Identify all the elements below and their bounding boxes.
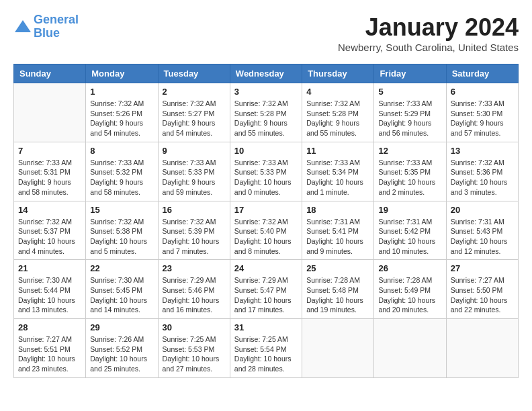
day-info: Sunrise: 7:29 AMSunset: 5:47 PMDaylight:… xyxy=(234,275,298,315)
page-header: General Blue January 2024 Newberry, Sout… xyxy=(13,13,519,53)
week-row-4: 21Sunrise: 7:30 AMSunset: 5:44 PMDayligh… xyxy=(14,260,519,319)
day-number: 5 xyxy=(378,87,441,97)
week-row-2: 7Sunrise: 7:33 AMSunset: 5:31 PMDaylight… xyxy=(14,142,519,201)
day-info: Sunrise: 7:33 AMSunset: 5:34 PMDaylight:… xyxy=(306,158,369,197)
day-info: Sunrise: 7:33 AMSunset: 5:29 PMDaylight:… xyxy=(378,99,441,138)
weekday-header-row: SundayMondayTuesdayWednesdayThursdayFrid… xyxy=(14,64,519,83)
calendar-cell: 29Sunrise: 7:26 AMSunset: 5:52 PMDayligh… xyxy=(86,319,158,378)
logo: General Blue xyxy=(13,13,79,40)
weekday-header-wednesday: Wednesday xyxy=(230,64,302,83)
day-info: Sunrise: 7:33 AMSunset: 5:31 PMDaylight:… xyxy=(18,158,81,197)
day-info: Sunrise: 7:29 AMSunset: 5:46 PMDaylight:… xyxy=(163,275,226,315)
calendar-cell: 28Sunrise: 7:27 AMSunset: 5:51 PMDayligh… xyxy=(14,319,86,378)
calendar-table: SundayMondayTuesdayWednesdayThursdayFrid… xyxy=(13,64,519,378)
calendar-cell: 2Sunrise: 7:32 AMSunset: 5:27 PMDaylight… xyxy=(158,83,230,142)
day-number: 12 xyxy=(378,146,441,156)
week-row-1: 1Sunrise: 7:32 AMSunset: 5:26 PMDaylight… xyxy=(14,83,519,142)
calendar-cell: 1Sunrise: 7:32 AMSunset: 5:26 PMDaylight… xyxy=(86,83,158,142)
day-number: 15 xyxy=(90,205,153,215)
calendar-cell: 8Sunrise: 7:33 AMSunset: 5:32 PMDaylight… xyxy=(86,142,158,201)
day-info: Sunrise: 7:27 AMSunset: 5:51 PMDaylight:… xyxy=(18,334,81,374)
day-info: Sunrise: 7:31 AMSunset: 5:43 PMDaylight:… xyxy=(451,217,514,257)
calendar-cell: 19Sunrise: 7:31 AMSunset: 5:42 PMDayligh… xyxy=(374,201,446,260)
day-info: Sunrise: 7:27 AMSunset: 5:50 PMDaylight:… xyxy=(451,275,514,315)
calendar-cell: 13Sunrise: 7:32 AMSunset: 5:36 PMDayligh… xyxy=(446,142,518,201)
day-info: Sunrise: 7:31 AMSunset: 5:42 PMDaylight:… xyxy=(378,217,441,257)
calendar-cell: 12Sunrise: 7:33 AMSunset: 5:35 PMDayligh… xyxy=(374,142,446,201)
calendar-cell: 18Sunrise: 7:31 AMSunset: 5:41 PMDayligh… xyxy=(302,201,374,260)
calendar-cell: 3Sunrise: 7:32 AMSunset: 5:28 PMDaylight… xyxy=(230,83,302,142)
day-info: Sunrise: 7:28 AMSunset: 5:49 PMDaylight:… xyxy=(378,275,441,315)
day-number: 29 xyxy=(90,322,153,332)
logo-icon xyxy=(13,17,32,36)
calendar-cell: 25Sunrise: 7:28 AMSunset: 5:48 PMDayligh… xyxy=(302,260,374,319)
weekday-header-sunday: Sunday xyxy=(14,64,86,83)
day-number: 16 xyxy=(163,205,226,215)
day-info: Sunrise: 7:32 AMSunset: 5:28 PMDaylight:… xyxy=(306,99,369,138)
weekday-header-monday: Monday xyxy=(86,64,158,83)
weekday-header-saturday: Saturday xyxy=(446,64,518,83)
day-info: Sunrise: 7:32 AMSunset: 5:26 PMDaylight:… xyxy=(90,99,153,138)
calendar-cell: 16Sunrise: 7:32 AMSunset: 5:39 PMDayligh… xyxy=(158,201,230,260)
weekday-header-thursday: Thursday xyxy=(302,64,374,83)
logo-text: General Blue xyxy=(34,13,79,40)
day-info: Sunrise: 7:33 AMSunset: 5:33 PMDaylight:… xyxy=(234,158,298,197)
day-info: Sunrise: 7:32 AMSunset: 5:36 PMDaylight:… xyxy=(451,158,514,197)
calendar-cell: 10Sunrise: 7:33 AMSunset: 5:33 PMDayligh… xyxy=(230,142,302,201)
day-number: 27 xyxy=(451,263,514,273)
weekday-header-friday: Friday xyxy=(374,64,446,83)
day-number: 4 xyxy=(306,87,369,97)
day-number: 10 xyxy=(234,146,298,156)
calendar-cell: 7Sunrise: 7:33 AMSunset: 5:31 PMDaylight… xyxy=(14,142,86,201)
day-info: Sunrise: 7:32 AMSunset: 5:28 PMDaylight:… xyxy=(234,99,298,138)
day-number: 7 xyxy=(18,146,81,156)
day-number: 20 xyxy=(451,205,514,215)
day-info: Sunrise: 7:25 AMSunset: 5:54 PMDaylight:… xyxy=(234,334,298,374)
day-info: Sunrise: 7:32 AMSunset: 5:37 PMDaylight:… xyxy=(18,217,81,257)
day-info: Sunrise: 7:32 AMSunset: 5:27 PMDaylight:… xyxy=(163,99,226,138)
day-number: 17 xyxy=(234,205,298,215)
day-number: 13 xyxy=(451,146,514,156)
day-info: Sunrise: 7:32 AMSunset: 5:38 PMDaylight:… xyxy=(90,217,153,257)
calendar-cell: 23Sunrise: 7:29 AMSunset: 5:46 PMDayligh… xyxy=(158,260,230,319)
day-number: 14 xyxy=(18,205,81,215)
title-block: January 2024 Newberry, South Carolina, U… xyxy=(338,13,519,53)
calendar-cell: 27Sunrise: 7:27 AMSunset: 5:50 PMDayligh… xyxy=(446,260,518,319)
day-number: 26 xyxy=(378,263,441,273)
day-number: 24 xyxy=(234,263,298,273)
calendar-cell: 20Sunrise: 7:31 AMSunset: 5:43 PMDayligh… xyxy=(446,201,518,260)
day-number: 18 xyxy=(306,205,369,215)
day-number: 23 xyxy=(163,263,226,273)
calendar-cell: 22Sunrise: 7:30 AMSunset: 5:45 PMDayligh… xyxy=(86,260,158,319)
day-info: Sunrise: 7:33 AMSunset: 5:33 PMDaylight:… xyxy=(163,158,226,197)
calendar-cell xyxy=(374,319,446,378)
day-number: 25 xyxy=(306,263,369,273)
calendar-cell xyxy=(14,83,86,142)
calendar-cell: 24Sunrise: 7:29 AMSunset: 5:47 PMDayligh… xyxy=(230,260,302,319)
day-number: 8 xyxy=(90,146,153,156)
location-subtitle: Newberry, South Carolina, United States xyxy=(338,42,519,53)
day-number: 31 xyxy=(234,322,298,332)
calendar-cell xyxy=(302,319,374,378)
day-number: 9 xyxy=(163,146,226,156)
day-info: Sunrise: 7:26 AMSunset: 5:52 PMDaylight:… xyxy=(90,334,153,374)
day-number: 19 xyxy=(378,205,441,215)
day-number: 30 xyxy=(163,322,226,332)
calendar-cell: 26Sunrise: 7:28 AMSunset: 5:49 PMDayligh… xyxy=(374,260,446,319)
calendar-cell: 17Sunrise: 7:32 AMSunset: 5:40 PMDayligh… xyxy=(230,201,302,260)
day-info: Sunrise: 7:32 AMSunset: 5:40 PMDaylight:… xyxy=(234,217,298,257)
calendar-cell: 11Sunrise: 7:33 AMSunset: 5:34 PMDayligh… xyxy=(302,142,374,201)
day-info: Sunrise: 7:33 AMSunset: 5:32 PMDaylight:… xyxy=(90,158,153,197)
day-info: Sunrise: 7:25 AMSunset: 5:53 PMDaylight:… xyxy=(163,334,226,374)
day-number: 6 xyxy=(451,87,514,97)
svg-marker-0 xyxy=(15,20,31,32)
calendar-cell: 30Sunrise: 7:25 AMSunset: 5:53 PMDayligh… xyxy=(158,319,230,378)
day-info: Sunrise: 7:28 AMSunset: 5:48 PMDaylight:… xyxy=(306,275,369,315)
day-number: 28 xyxy=(18,322,81,332)
calendar-cell: 31Sunrise: 7:25 AMSunset: 5:54 PMDayligh… xyxy=(230,319,302,378)
calendar-cell: 21Sunrise: 7:30 AMSunset: 5:44 PMDayligh… xyxy=(14,260,86,319)
calendar-cell: 6Sunrise: 7:33 AMSunset: 5:30 PMDaylight… xyxy=(446,83,518,142)
day-info: Sunrise: 7:30 AMSunset: 5:45 PMDaylight:… xyxy=(90,275,153,315)
week-row-3: 14Sunrise: 7:32 AMSunset: 5:37 PMDayligh… xyxy=(14,201,519,260)
week-row-5: 28Sunrise: 7:27 AMSunset: 5:51 PMDayligh… xyxy=(14,319,519,378)
